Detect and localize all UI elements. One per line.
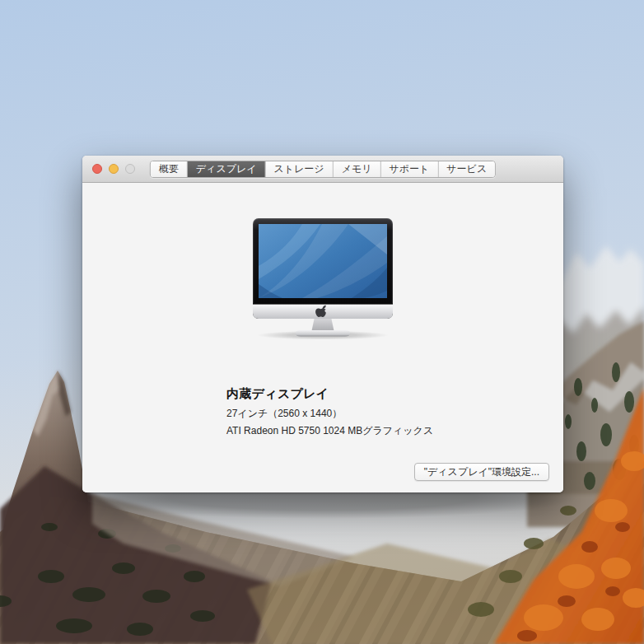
display-size-text: 27インチ（2560 x 1440）: [226, 407, 342, 421]
imac-stand: [296, 317, 350, 337]
zoom-button[interactable]: [125, 164, 135, 174]
imac-icon: [245, 215, 401, 340]
tab-storage[interactable]: ストレージ: [266, 161, 334, 177]
display-graphics-text: ATI Radeon HD 5750 1024 MBグラフィックス: [226, 424, 433, 438]
imac-display: [253, 218, 393, 319]
tab-memory[interactable]: メモリ: [334, 161, 381, 177]
display-panel: 内蔵ディスプレイ 27インチ（2560 x 1440） ATI Radeon H…: [82, 183, 563, 492]
tab-service[interactable]: サービス: [438, 161, 495, 177]
minimize-button[interactable]: [109, 164, 119, 174]
display-preferences-button[interactable]: "ディスプレイ"環境設定...: [414, 463, 549, 481]
display-heading: 内蔵ディスプレイ: [226, 386, 329, 402]
imac-screen: [259, 224, 387, 298]
about-tabs: 概要 ディスプレイ ストレージ メモリ サポート サービス: [150, 161, 496, 178]
tab-overview[interactable]: 概要: [151, 161, 188, 177]
traffic-lights: [92, 164, 135, 174]
tab-support[interactable]: サポート: [380, 161, 438, 177]
about-this-mac-window: 概要 ディスプレイ ストレージ メモリ サポート サービス: [82, 156, 563, 492]
window-title-bar[interactable]: 概要 ディスプレイ ストレージ メモリ サポート サービス: [82, 156, 563, 183]
tab-display[interactable]: ディスプレイ: [188, 161, 266, 177]
imac-illustration: [245, 215, 401, 340]
close-button[interactable]: [92, 164, 102, 174]
